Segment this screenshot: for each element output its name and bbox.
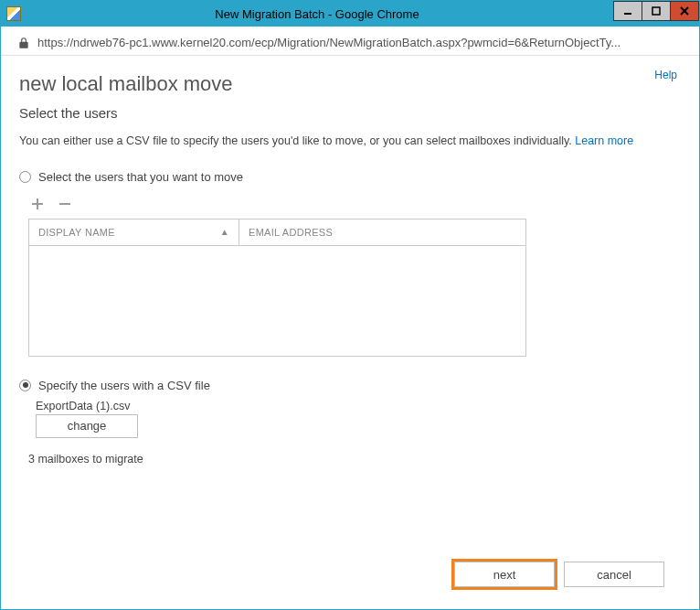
csv-filename: ExportData (1).csv bbox=[36, 400, 681, 412]
csv-details: ExportData (1).csv change bbox=[36, 400, 681, 438]
page-content: Help new local mailbox move Select the u… bbox=[1, 56, 699, 609]
next-button[interactable]: next bbox=[454, 562, 555, 587]
option-csv-section: Specify the users with a CSV file Export… bbox=[19, 379, 681, 466]
wizard-footer: next cancel bbox=[19, 552, 681, 600]
close-icon bbox=[680, 6, 689, 16]
grid-toolbar bbox=[28, 195, 681, 213]
intro-body: You can either use a CSV file to specify… bbox=[19, 134, 575, 147]
change-file-button[interactable]: change bbox=[36, 414, 138, 438]
address-bar: https://ndrweb76-pc1.www.kernel20.com/ec… bbox=[1, 27, 699, 56]
page-title: new local mailbox move bbox=[19, 72, 681, 96]
window-controls bbox=[614, 1, 699, 21]
option-csv[interactable]: Specify the users with a CSV file bbox=[19, 379, 681, 392]
column-email-label: EMAIL ADDRESS bbox=[249, 227, 333, 238]
column-display-name-label: DISPLAY NAME bbox=[38, 227, 217, 238]
grid-header: DISPLAY NAME ▲ EMAIL ADDRESS bbox=[29, 219, 525, 246]
app-window: New Migration Batch - Google Chrome http… bbox=[0, 0, 700, 610]
option-select-users[interactable]: Select the users that you want to move bbox=[19, 170, 681, 184]
cancel-button[interactable]: cancel bbox=[564, 562, 664, 587]
column-email[interactable]: EMAIL ADDRESS bbox=[239, 219, 342, 245]
grid-body bbox=[29, 246, 525, 356]
maximize-icon bbox=[652, 6, 661, 16]
help-link[interactable]: Help bbox=[654, 69, 677, 81]
page-subtitle: Select the users bbox=[19, 105, 681, 121]
option-select-users-label: Select the users that you want to move bbox=[38, 170, 243, 184]
minimize-button[interactable] bbox=[613, 1, 642, 21]
app-icon bbox=[6, 6, 21, 21]
minus-icon bbox=[58, 197, 72, 211]
lock-icon bbox=[17, 37, 30, 49]
url-text[interactable]: https://ndrweb76-pc1.www.kernel20.com/ec… bbox=[37, 36, 686, 49]
maximize-button[interactable] bbox=[642, 1, 671, 21]
plus-icon bbox=[30, 197, 45, 211]
add-user-button[interactable] bbox=[28, 195, 47, 213]
svg-rect-1 bbox=[652, 7, 660, 15]
migration-status: 3 mailboxes to migrate bbox=[28, 453, 681, 466]
users-grid: DISPLAY NAME ▲ EMAIL ADDRESS bbox=[28, 219, 526, 357]
minimize-icon bbox=[623, 6, 632, 16]
remove-user-button[interactable] bbox=[56, 195, 74, 213]
close-button[interactable] bbox=[670, 1, 699, 21]
radio-select-users[interactable] bbox=[19, 171, 31, 183]
intro-text: You can either use a CSV file to specify… bbox=[19, 134, 681, 150]
option-csv-label: Specify the users with a CSV file bbox=[38, 379, 210, 392]
column-display-name[interactable]: DISPLAY NAME ▲ bbox=[29, 219, 239, 245]
titlebar: New Migration Batch - Google Chrome bbox=[1, 1, 699, 27]
radio-csv[interactable] bbox=[19, 380, 31, 391]
window-title: New Migration Batch - Google Chrome bbox=[27, 7, 699, 21]
sort-asc-icon: ▲ bbox=[220, 227, 229, 237]
learn-more-link[interactable]: Learn more bbox=[575, 134, 633, 147]
